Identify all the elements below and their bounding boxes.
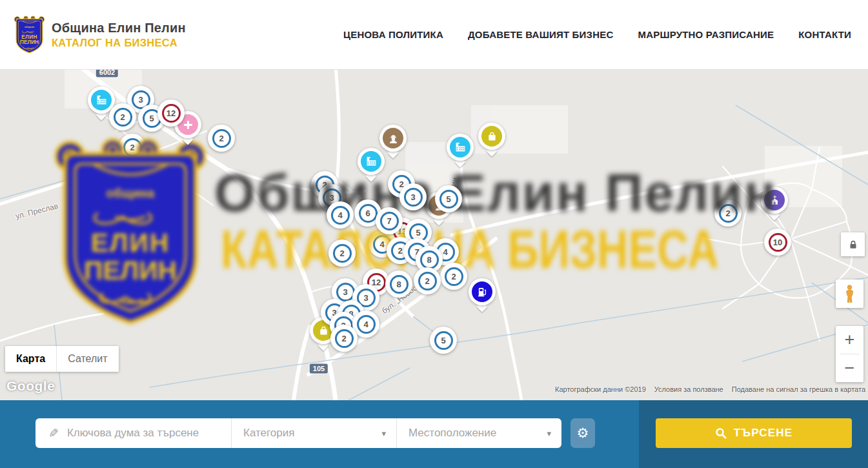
pencil-icon: ✎: [48, 426, 59, 440]
cluster-count: 2: [445, 267, 463, 286]
pegman-icon: [844, 285, 855, 303]
lock-icon: [847, 239, 859, 250]
map-cluster-marker[interactable]: 2: [119, 134, 146, 161]
worker-icon: [383, 128, 403, 148]
category-label: Категория: [243, 427, 294, 440]
terms-link[interactable]: Условия за ползване: [654, 385, 723, 393]
cluster-count: 5: [434, 331, 453, 350]
site-subtitle: КАТАЛОГ НА БИЗНЕСА: [52, 37, 186, 49]
map-data-text: Картографски данни ©2019: [555, 385, 646, 393]
keyword-input[interactable]: [67, 427, 231, 440]
cluster-count: 10: [769, 233, 787, 252]
logo[interactable]: Община Елин Пелин КАТАЛОГ НА БИЗНЕСА: [14, 15, 186, 55]
church-icon: [764, 190, 785, 210]
bag-pin-marker[interactable]: [478, 123, 505, 157]
pin-head: [469, 278, 496, 305]
header: Община Елин Пелин КАТАЛОГ НА БИЗНЕСА ЦЕН…: [0, 0, 868, 70]
road-number-badge: 6002: [96, 70, 118, 77]
map-cluster-marker[interactable]: 5: [435, 185, 462, 212]
factory-pin-marker[interactable]: [447, 134, 474, 168]
municipality-crest-icon: [14, 15, 45, 55]
bag-icon: [481, 126, 502, 147]
fuel-icon: [472, 281, 492, 302]
map-type-control: Карта Сателит: [5, 346, 119, 372]
brand-text: Община Елин Пелин КАТАЛОГ НА БИЗНЕСА: [52, 21, 186, 49]
map-cluster-marker[interactable]: 2: [208, 125, 235, 152]
map-cluster-marker[interactable]: 2: [440, 263, 467, 290]
chevron-down-icon: ▾: [381, 429, 386, 438]
search-bar: ✎ Категория ▾ Местоположение ▾ ⚙ ТЪРСЕНЕ: [0, 400, 868, 468]
cluster-count: 2: [123, 138, 142, 157]
cluster-count: 5: [439, 190, 458, 209]
factory-icon: [91, 90, 112, 110]
map-canvas[interactable]: 3251222223356471354227482212833383425102…: [0, 70, 868, 400]
location-select[interactable]: Местоположение ▾: [396, 418, 561, 448]
cluster-count: 6: [359, 204, 378, 223]
cluster-count: 2: [418, 272, 437, 290]
factory-icon: [450, 137, 470, 158]
zoom-out-button[interactable]: −: [836, 354, 863, 382]
cluster-count: 2: [212, 129, 231, 148]
nav-add-business[interactable]: ДОБАВЕТЕ ВАШИЯТ БИЗНЕС: [468, 29, 613, 40]
map-view-button[interactable]: Карта: [5, 346, 56, 372]
map-cluster-marker[interactable]: 2: [330, 325, 358, 352]
map-cluster-marker[interactable]: 8: [385, 270, 412, 298]
map-cluster-marker[interactable]: 2: [109, 103, 136, 130]
nav-price-policy[interactable]: ЦЕНОВА ПОЛИТИКА: [343, 29, 443, 40]
search-button-label: ТЪРСЕНЕ: [734, 427, 793, 440]
settings-button[interactable]: ⚙: [570, 418, 595, 448]
cluster-count: 7: [380, 212, 399, 230]
map-attribution: Картографски данни ©2019 Условия за полз…: [555, 385, 865, 393]
satellite-view-button[interactable]: Сателит: [56, 346, 118, 372]
search-button[interactable]: ТЪРСЕНЕ: [656, 418, 852, 448]
pin-head: [358, 148, 385, 175]
cluster-count: 8: [420, 250, 439, 269]
keyword-field[interactable]: ✎: [35, 418, 231, 448]
page: Община Елин Пелин КАТАЛОГ НА БИЗНЕСА ЦЕН…: [0, 0, 868, 468]
map-cluster-marker[interactable]: 5: [430, 327, 457, 354]
search-fields: ✎ Категория ▾ Местоположение ▾: [35, 418, 561, 448]
main-nav: ЦЕНОВА ПОЛИТИКА ДОБАВЕТЕ ВАШИЯТ БИЗНЕС М…: [343, 29, 851, 40]
cluster-count: 2: [114, 108, 132, 127]
cluster-count: 4: [357, 315, 376, 334]
map-cluster-marker[interactable]: 2: [714, 199, 742, 227]
church-pin-marker[interactable]: [761, 187, 788, 221]
site-title: Община Елин Пелин: [52, 21, 186, 36]
road-number-badge: 105: [310, 364, 328, 374]
cluster-count: 3: [404, 188, 423, 207]
map-cluster-marker[interactable]: 10: [764, 229, 791, 256]
pin-head: [761, 187, 788, 214]
map-cluster-marker[interactable]: 2: [328, 239, 356, 267]
zoom-control: + −: [836, 326, 863, 382]
location-label: Местоположение: [409, 427, 496, 440]
map-cluster-marker[interactable]: 2: [414, 267, 441, 294]
pegman-button[interactable]: [836, 280, 863, 308]
cluster-count: 2: [333, 244, 352, 263]
cluster-count: 2: [719, 204, 738, 223]
pin-head: [447, 134, 474, 161]
lock-button[interactable]: [841, 232, 865, 256]
category-select[interactable]: Категория ▾: [231, 418, 396, 448]
map-cluster-marker[interactable]: 7: [376, 207, 403, 234]
google-logo[interactable]: Google: [6, 378, 55, 394]
fuel-pin-marker[interactable]: [469, 278, 496, 312]
cluster-count: 4: [331, 206, 350, 225]
chevron-down-icon: ▾: [547, 429, 551, 438]
pin-head: [478, 123, 505, 150]
map-cluster-marker[interactable]: 12: [157, 99, 185, 127]
factory-pin-marker[interactable]: [358, 148, 385, 182]
cluster-count: 2: [335, 329, 354, 348]
report-error-link[interactable]: Подаване на сигнал за грешка в картата: [732, 385, 865, 393]
map-cluster-marker[interactable]: 3: [399, 183, 427, 210]
search-icon: [715, 427, 727, 439]
nav-contacts[interactable]: КОНТАКТИ: [798, 29, 851, 40]
cluster-count: 8: [390, 275, 409, 294]
nav-route-schedule[interactable]: МАРШРУТНО РАЗПИСАНИЕ: [638, 29, 774, 40]
map-cluster-marker[interactable]: 4: [327, 201, 354, 229]
gear-icon: ⚙: [577, 427, 589, 440]
zoom-in-button[interactable]: +: [836, 326, 863, 354]
cluster-count: 12: [162, 104, 181, 123]
factory-icon: [361, 151, 381, 172]
